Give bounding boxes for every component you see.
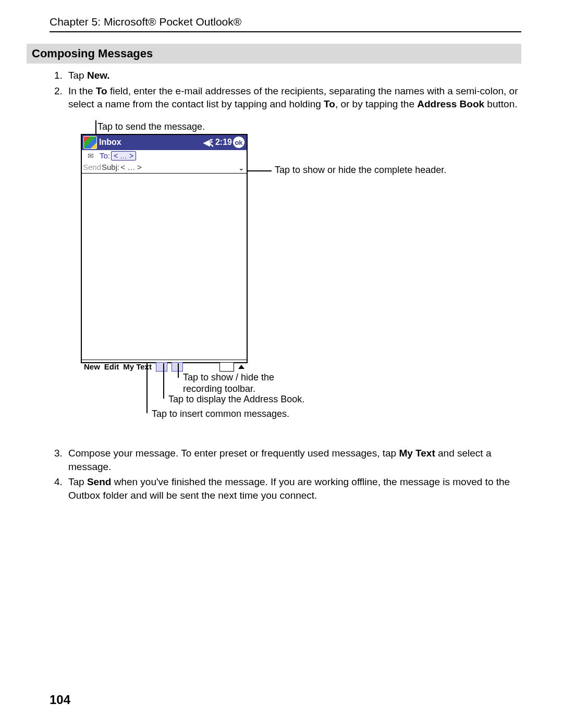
callout-right-text: Tap to show or hide the complete header.	[275, 165, 446, 175]
page-number: 104	[50, 693, 70, 707]
step4-b1: Send	[87, 476, 111, 487]
send-button[interactable]: Send	[82, 163, 101, 171]
step1-prefix: Tap	[68, 70, 87, 81]
step1-bold: New.	[87, 70, 110, 81]
header-fields: ✉ To: < … > Send Subj: < … > ⌄	[82, 150, 247, 174]
menu-edit[interactable]: Edit	[104, 362, 119, 371]
subj-label: Subj:	[102, 163, 119, 171]
message-body[interactable]	[82, 174, 247, 360]
section-title-bar: Composing Messages	[27, 44, 521, 64]
step3-b1: My Text	[399, 448, 435, 459]
callout-line-b3	[146, 363, 148, 413]
step4-p2: when you've finished the message. If you…	[68, 476, 510, 501]
steps-list: Tap New. In the To field, enter the e-ma…	[50, 69, 521, 111]
step2-p1: In the	[68, 85, 96, 96]
recording-toolbar-icon[interactable]	[172, 362, 183, 372]
steps-list-cont: Compose your message. To enter preset or…	[50, 447, 521, 502]
step3-p1: Compose your message. To enter preset or…	[68, 448, 399, 459]
app-title: Inbox	[99, 138, 121, 147]
step-4: Tap Send when you've finished the messag…	[65, 475, 521, 502]
step-2: In the To field, enter the e-mail addres…	[65, 84, 521, 111]
arrow-up-icon[interactable]	[238, 365, 244, 369]
callout-line-b2	[163, 363, 164, 399]
figure: Tap to send the message. Inbox ◀ξ 2:19 o…	[74, 124, 521, 436]
start-icon[interactable]	[83, 136, 97, 149]
chevron-down-icon[interactable]: ⌄	[238, 164, 244, 172]
volume-icon[interactable]: ◀ξ	[203, 138, 213, 147]
to-label: To:	[100, 151, 110, 160]
to-field[interactable]: < … >	[111, 151, 136, 161]
device-screenshot: Inbox ◀ξ 2:19 ok ✉ To: < … > Send Subj: …	[81, 134, 248, 363]
menu-new[interactable]: New	[84, 362, 100, 371]
mail-icon[interactable]: ✉	[82, 152, 100, 160]
callout-line-b1	[178, 363, 179, 378]
step-1: Tap New.	[65, 69, 521, 82]
section-title: Composing Messages	[32, 47, 153, 60]
titlebar: Inbox ◀ξ 2:19 ok	[82, 135, 247, 150]
step-3: Compose your message. To enter preset or…	[65, 447, 521, 473]
callout-right: Tap to show or hide the complete header.	[275, 164, 446, 176]
callout-b2: Tap to display the Address Book.	[168, 393, 304, 405]
clock: 2:19	[215, 138, 232, 147]
step2-b1: To	[96, 85, 107, 96]
address-book-icon[interactable]	[156, 362, 167, 372]
ok-button[interactable]: ok	[233, 137, 244, 148]
callout-line-right	[248, 170, 272, 171]
callout-top: Tap to send the message.	[97, 121, 205, 132]
step2-p4: button.	[484, 98, 517, 109]
keyboard-icon[interactable]	[219, 362, 234, 372]
chapter-header: Chapter 5: Microsoft® Pocket Outlook®	[50, 16, 521, 32]
callout-b1: Tap to show / hide the recording toolbar…	[183, 372, 298, 395]
subj-field[interactable]: < … >	[120, 163, 142, 171]
callout-b3: Tap to insert common messages.	[152, 408, 289, 420]
step2-p3: , or by tapping the	[335, 98, 417, 109]
step2-b3: Address Book	[417, 98, 484, 109]
step2-b2: To	[324, 98, 335, 109]
step4-p1: Tap	[68, 476, 87, 487]
chapter-text: Chapter 5: Microsoft® Pocket Outlook®	[50, 16, 241, 28]
